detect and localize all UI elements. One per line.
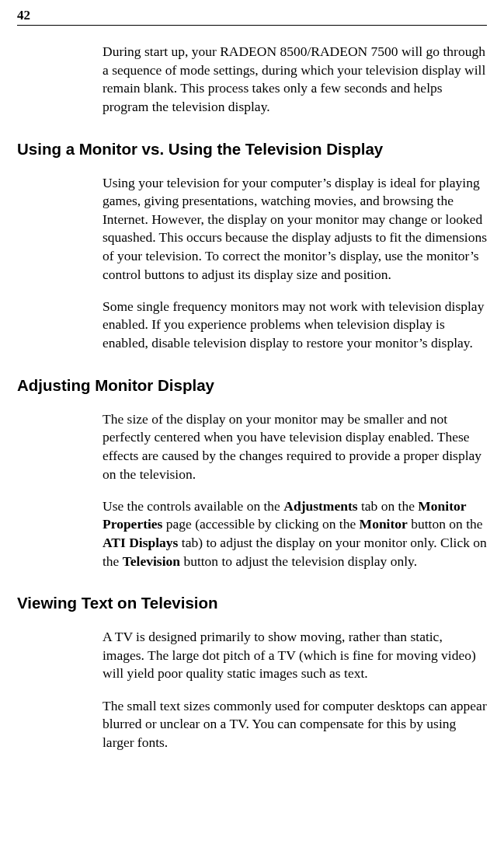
- section-heading-adjusting: Adjusting Monitor Display: [17, 376, 487, 395]
- text-run: Use the controls available on the: [103, 498, 283, 514]
- page-container: 42 During start up, your RADEON 8500/RAD…: [0, 0, 504, 786]
- bold-ati-displays: ATI Displays: [103, 535, 178, 550]
- page-number: 42: [17, 8, 30, 23]
- section3-paragraph1: A TV is designed primarily to show movin…: [103, 628, 487, 683]
- text-run: page (accessible by clicking on the: [162, 516, 359, 532]
- section1-paragraph2: Some single frequency monitors may not w…: [103, 298, 487, 353]
- section-heading-monitor-vs-tv: Using a Monitor vs. Using the Television…: [17, 140, 487, 159]
- page-header: 42: [17, 8, 487, 26]
- section-heading-viewing-text: Viewing Text on Television: [17, 594, 487, 612]
- text-run: tab on the: [358, 498, 419, 514]
- bold-television: Television: [123, 553, 180, 569]
- section2-paragraph1: The size of the display on your monitor …: [103, 410, 487, 484]
- intro-paragraph: During start up, your RADEON 8500/RADEON…: [103, 43, 487, 117]
- text-run: button to adjust the television display …: [180, 553, 417, 569]
- bold-monitor: Monitor: [360, 516, 408, 532]
- section3-paragraph2: The small text sizes commonly used for c…: [103, 697, 487, 752]
- section2-paragraph2: Use the controls available on the Adjust…: [103, 497, 487, 571]
- text-run: button on the: [408, 516, 483, 532]
- bold-adjustments: Adjustments: [283, 498, 357, 514]
- section1-paragraph1: Using your television for your computer’…: [103, 174, 487, 284]
